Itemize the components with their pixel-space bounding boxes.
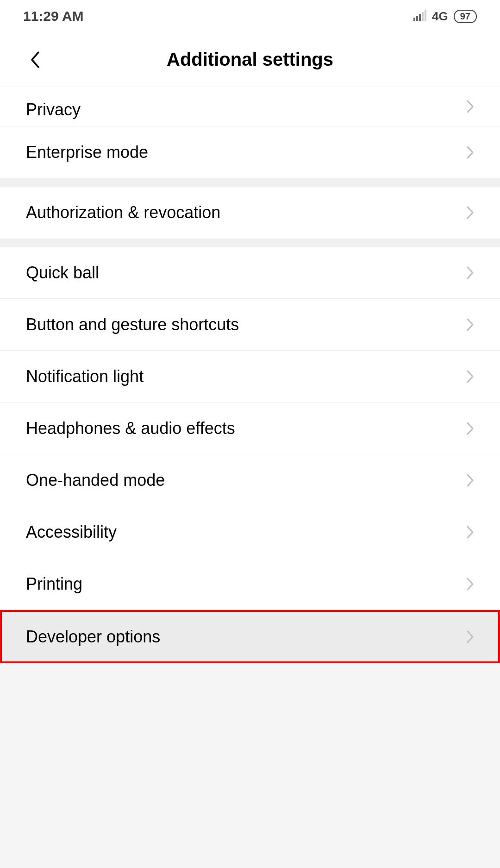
header: Additional settings: [0, 32, 500, 87]
chevron-left-icon: [29, 50, 40, 69]
list-item-label: Notification light: [26, 367, 144, 386]
status-time: 11:29 AM: [23, 8, 84, 24]
settings-button-gesture-shortcuts[interactable]: Button and gesture shortcuts: [0, 299, 500, 351]
status-bar: 11:29 AM 4G 97: [0, 0, 500, 32]
list-item-label: Authorization & revocation: [26, 203, 220, 222]
settings-privacy[interactable]: Privacy: [0, 87, 500, 126]
chevron-right-icon: [467, 100, 474, 113]
chevron-right-icon: [467, 526, 474, 539]
list-item-label: Accessibility: [26, 522, 117, 542]
settings-group: Privacy Enterprise mode: [0, 87, 500, 178]
page-title: Additional settings: [0, 49, 500, 70]
list-item-label: Quick ball: [26, 263, 99, 283]
back-button[interactable]: [23, 48, 46, 71]
list-item-label: Button and gesture shortcuts: [26, 315, 239, 334]
settings-printing[interactable]: Printing: [0, 558, 500, 610]
list-item-label: One-handed mode: [26, 471, 165, 490]
list-item-label: Enterprise mode: [26, 143, 148, 162]
settings-quick-ball[interactable]: Quick ball: [0, 247, 500, 299]
chevron-right-icon: [467, 318, 474, 331]
settings-accessibility[interactable]: Accessibility: [0, 506, 500, 558]
list-item-label: Developer options: [26, 627, 160, 647]
chevron-right-icon: [467, 266, 474, 279]
settings-list: Privacy Enterprise mode Authorization & …: [0, 87, 500, 663]
chevron-right-icon: [467, 422, 474, 435]
chevron-right-icon: [467, 630, 474, 643]
settings-enterprise-mode[interactable]: Enterprise mode: [0, 126, 500, 178]
settings-headphones-audio[interactable]: Headphones & audio effects: [0, 403, 500, 454]
status-indicators: 4G 97: [413, 9, 477, 24]
settings-group: Authorization & revocation: [0, 187, 500, 239]
network-type: 4G: [432, 9, 448, 24]
list-item-label: Privacy: [26, 100, 81, 120]
chevron-right-icon: [467, 146, 474, 159]
settings-group: Quick ball Button and gesture shortcuts …: [0, 247, 500, 663]
list-item-label: Headphones & audio effects: [26, 419, 235, 438]
settings-notification-light[interactable]: Notification light: [0, 351, 500, 403]
chevron-right-icon: [467, 578, 474, 591]
list-item-label: Printing: [26, 574, 82, 594]
signal-icon: [413, 11, 426, 21]
battery-indicator: 97: [454, 10, 477, 23]
settings-one-handed-mode[interactable]: One-handed mode: [0, 454, 500, 506]
settings-developer-options[interactable]: Developer options: [0, 610, 500, 663]
chevron-right-icon: [467, 474, 474, 487]
settings-authorization-revocation[interactable]: Authorization & revocation: [0, 187, 500, 239]
chevron-right-icon: [467, 370, 474, 383]
chevron-right-icon: [467, 206, 474, 219]
